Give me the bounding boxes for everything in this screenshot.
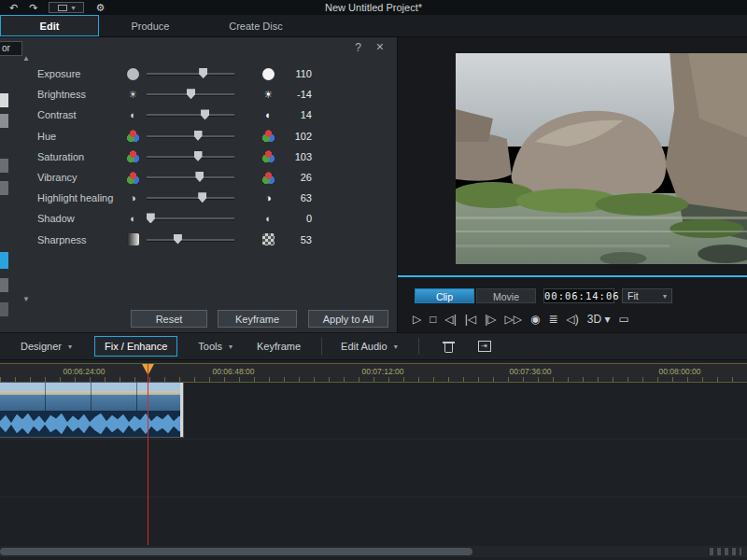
saturation-row: Saturation 103 xyxy=(37,147,317,167)
ruler-mark: 00:06:24:00 xyxy=(63,367,106,376)
stop-icon[interactable]: □ xyxy=(430,313,436,326)
aspect-ratio-icon xyxy=(58,5,67,11)
exposure-slider[interactable] xyxy=(147,67,234,80)
volume-icon[interactable]: ◁) xyxy=(567,313,579,326)
edit-audio-dropdown[interactable]: Edit Audio xyxy=(341,341,398,352)
contrast-slider[interactable] xyxy=(147,108,234,121)
timeline-zoom-control[interactable] xyxy=(710,548,741,555)
highlight-healing-slider[interactable] xyxy=(147,191,234,204)
keyframe-button[interactable]: Keyframe xyxy=(218,310,297,328)
slider-thumb[interactable] xyxy=(194,151,203,161)
tab-edit[interactable]: Edit xyxy=(0,15,99,36)
preview-divider xyxy=(398,275,747,277)
slider-track xyxy=(147,73,234,75)
preset-dropdown-partial[interactable]: or xyxy=(0,41,22,56)
dual-preview-icon[interactable]: ▭ xyxy=(619,313,629,326)
vibrancy-icon xyxy=(262,172,275,184)
reset-button[interactable]: Reset xyxy=(131,310,207,328)
tab-create-disc[interactable]: Create Disc xyxy=(202,15,310,36)
tab-produce[interactable]: Produce xyxy=(99,15,202,36)
help-button[interactable]: ? xyxy=(355,41,361,54)
contrast-label: Contrast xyxy=(37,109,127,120)
list-item[interactable] xyxy=(0,278,8,292)
highlight-healing-icon xyxy=(262,192,275,204)
fit-dropdown[interactable]: Fit xyxy=(622,288,672,303)
apply-to-all-button[interactable]: Apply to All xyxy=(308,310,388,328)
slider-track xyxy=(147,156,234,158)
undo-icon[interactable]: ↶ xyxy=(9,0,18,15)
timecode-display[interactable]: 00:06:14:06 xyxy=(543,288,614,303)
designer-dropdown[interactable]: Designer xyxy=(21,341,72,352)
snapshot-icon[interactable]: ◉ xyxy=(530,313,540,326)
slider-thumb[interactable] xyxy=(174,234,182,245)
ruler-mark: 00:08:00:00 xyxy=(659,367,701,376)
slider-track xyxy=(147,176,234,178)
video-preview[interactable] xyxy=(456,53,747,264)
slider-thumb[interactable] xyxy=(201,109,209,119)
step-forward-icon[interactable]: |▷ xyxy=(485,313,496,326)
exposure-icon xyxy=(262,68,275,80)
slider-thumb[interactable] xyxy=(199,68,207,78)
delete-trash-icon[interactable] xyxy=(444,341,454,353)
scrollbar-thumb[interactable] xyxy=(0,548,472,555)
saturation-slider[interactable] xyxy=(147,150,234,163)
track-divider xyxy=(0,439,747,440)
mode-tabbar: Edit Produce Create Disc xyxy=(0,15,747,37)
tab-edit-label: Edit xyxy=(40,21,60,32)
tools-dropdown[interactable]: Tools xyxy=(198,341,233,352)
keyframe-toolbar-button[interactable]: Keyframe xyxy=(257,341,301,352)
media-viewer-icon[interactable]: ≣ xyxy=(549,313,558,326)
playhead[interactable] xyxy=(148,364,148,545)
saturation-icon xyxy=(127,150,139,162)
scroll-up-arrow[interactable]: ▲ xyxy=(22,54,30,63)
produce-range-icon[interactable]: ⇥ xyxy=(478,341,491,352)
slider-thumb[interactable] xyxy=(198,192,206,203)
slider-track xyxy=(147,135,234,137)
slider-thumb[interactable] xyxy=(147,213,155,223)
slider-track xyxy=(147,197,234,199)
close-panel-button[interactable]: × xyxy=(376,39,384,54)
settings-gear-icon[interactable]: ⚙ xyxy=(95,0,105,15)
designer-label: Designer xyxy=(21,341,62,352)
adjustment-sliders: Exposure 110 Brightness -14 xyxy=(37,63,317,250)
background-list-strip xyxy=(0,60,9,321)
slider-thumb[interactable] xyxy=(187,89,195,99)
shadow-label: Shadow xyxy=(37,213,127,224)
slider-thumb[interactable] xyxy=(195,172,204,182)
step-back-icon[interactable]: |◁ xyxy=(465,313,476,326)
brightness-slider[interactable] xyxy=(147,88,234,101)
ruler-mark: 00:07:12:00 xyxy=(362,367,404,376)
3d-mode-button[interactable]: 3D ▾ xyxy=(587,313,611,326)
hue-row: Hue 102 xyxy=(37,126,317,147)
edit-audio-label: Edit Audio xyxy=(341,341,388,352)
video-clip[interactable] xyxy=(0,383,183,437)
play-icon[interactable]: ▷ xyxy=(413,313,421,326)
list-item[interactable] xyxy=(0,302,8,316)
fast-forward-icon[interactable]: ▷▷ xyxy=(505,313,522,326)
sharpness-slider[interactable] xyxy=(147,233,234,246)
hue-label: Hue xyxy=(37,131,127,142)
list-item[interactable] xyxy=(0,181,8,195)
movie-mode-button[interactable]: Movie xyxy=(476,288,536,303)
list-item[interactable] xyxy=(0,114,8,128)
vibrancy-icon xyxy=(127,172,139,184)
horizontal-scrollbar[interactable] xyxy=(0,546,747,557)
list-item-selected[interactable] xyxy=(0,252,8,269)
saturation-icon xyxy=(262,150,275,162)
slider-thumb[interactable] xyxy=(194,131,203,141)
list-item[interactable] xyxy=(0,93,8,107)
timeline-ruler[interactable]: 00:06:24:00 00:06:48:00 00:07:12:00 00:0… xyxy=(0,363,747,383)
previous-frame-icon[interactable]: ◁| xyxy=(444,313,456,326)
shadow-slider[interactable] xyxy=(147,212,234,225)
clip-mode-button[interactable]: Clip xyxy=(415,288,474,303)
hue-slider[interactable] xyxy=(147,130,234,143)
timeline[interactable]: 00:06:24:00 00:06:48:00 00:07:12:00 00:0… xyxy=(0,360,747,560)
redo-icon[interactable]: ↷ xyxy=(29,0,37,15)
video-editor-window: ↶ ↷ ▾ ⚙ New Untitled Project* Edit Produ… xyxy=(0,0,747,560)
fix-enhance-button[interactable]: Fix / Enhance xyxy=(94,336,177,357)
list-item[interactable] xyxy=(0,159,8,173)
vibrancy-slider[interactable] xyxy=(147,171,234,184)
highlight-healing-label: Highlight healing xyxy=(37,192,127,203)
scroll-down-arrow[interactable]: ▼ xyxy=(22,295,30,303)
aspect-ratio-button[interactable]: ▾ xyxy=(49,2,84,13)
